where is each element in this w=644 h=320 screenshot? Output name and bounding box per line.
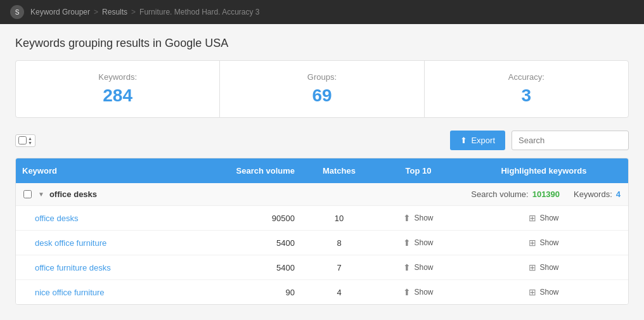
page-content: Keywords grouping results in Google USA …	[0, 24, 644, 317]
highlighted-show-btn[interactable]: ⊞ Show	[529, 262, 558, 272]
highlighted-show-label: Show	[539, 263, 558, 272]
breadcrumb-results[interactable]: Results	[102, 8, 127, 16]
table-icon: ⊞	[529, 238, 536, 248]
stat-groups-value: 69	[226, 86, 417, 106]
stat-accuracy-value: 3	[431, 86, 622, 106]
select-all-control[interactable]: ▲ ▼	[15, 134, 35, 147]
highlighted-cell: ⊞ Show	[460, 255, 628, 279]
top10-show-btn[interactable]: ⬆ Show	[403, 287, 433, 297]
keyword-cell: desk office furniture	[16, 231, 225, 255]
search-volume-cell: 5400	[225, 231, 301, 255]
stat-keywords-value: 284	[22, 86, 213, 106]
keyword-cell: nice office furniture	[16, 281, 225, 304]
col-matches: Matches	[301, 158, 377, 183]
top10-cell: ⬆ Show	[377, 280, 460, 304]
search-input[interactable]	[512, 131, 629, 150]
upload-icon: ⬆	[403, 287, 411, 297]
table-icon: ⊞	[529, 287, 536, 297]
top10-show-btn[interactable]: ⬆ Show	[403, 238, 433, 248]
group-row: ▼ office desks Search volume: 101390 Key…	[16, 183, 628, 206]
table-row: office furniture desks 5400 7 ⬆ Show ⊞ S…	[16, 255, 628, 280]
highlighted-show-btn[interactable]: ⊞ Show	[529, 213, 558, 223]
group-checkbox[interactable]	[23, 190, 32, 198]
col-keyword: Keyword	[16, 158, 225, 183]
highlighted-cell: ⊞ Show	[460, 206, 628, 230]
top-bar: S Keyword Grouper > Results > Furniture.…	[0, 0, 644, 24]
stat-accuracy-label: Accuracy:	[431, 72, 622, 82]
top10-show-label: Show	[414, 288, 433, 297]
stat-keywords: Keywords: 284	[16, 61, 220, 117]
highlighted-show-label: Show	[539, 288, 558, 297]
collapse-icon[interactable]: ▼	[38, 191, 44, 198]
top10-show-label: Show	[414, 214, 433, 222]
top10-cell: ⬆ Show	[377, 255, 460, 279]
keyword-link[interactable]: nice office furniture	[35, 288, 105, 297]
col-top10: Top 10	[377, 158, 460, 183]
matches-cell: 4	[301, 281, 377, 304]
matches-cell: 7	[301, 256, 377, 279]
table-icon: ⊞	[529, 213, 536, 223]
upload-icon: ⬆	[403, 238, 411, 248]
stat-keywords-label: Keywords:	[22, 72, 213, 82]
group-name: office desks	[49, 189, 97, 199]
results-table: Keyword Search volume Matches Top 10 Hig…	[15, 158, 629, 305]
select-all-checkbox[interactable]	[18, 136, 27, 144]
page-title: Keywords grouping results in Google USA	[15, 37, 629, 50]
upload-icon: ⬆	[403, 262, 411, 272]
keyword-link[interactable]: office furniture desks	[35, 263, 111, 272]
sort-arrows-icon[interactable]: ▲ ▼	[28, 136, 32, 145]
table-row: office desks 90500 10 ⬆ Show ⊞ Show	[16, 206, 628, 231]
table-row: desk office furniture 5400 8 ⬆ Show ⊞ Sh…	[16, 231, 628, 255]
col-search-volume: Search volume	[225, 158, 301, 183]
top10-show-btn[interactable]: ⬆ Show	[403, 262, 433, 272]
highlighted-cell: ⊞ Show	[460, 231, 628, 255]
highlighted-show-btn[interactable]: ⊞ Show	[529, 238, 558, 248]
group-kw-value: 4	[616, 189, 621, 199]
col-highlighted: Highlighted keywords	[460, 158, 628, 183]
top10-cell: ⬆ Show	[377, 206, 460, 230]
highlighted-cell: ⊞ Show	[460, 280, 628, 304]
search-volume-cell: 90500	[225, 207, 301, 230]
export-label: Export	[471, 136, 495, 145]
table-icon: ⊞	[529, 262, 536, 272]
breadcrumb-grouper[interactable]: Keyword Grouper	[30, 8, 90, 16]
group-meta: Search volume: 101390 Keywords: 4	[471, 189, 621, 199]
top10-show-btn[interactable]: ⬆ Show	[403, 213, 433, 223]
matches-cell: 8	[301, 231, 377, 255]
highlighted-show-label: Show	[539, 214, 558, 222]
group-kw-label: Keywords:	[574, 189, 612, 199]
sep1: >	[94, 8, 98, 16]
top10-show-label: Show	[414, 238, 433, 247]
stats-box: Keywords: 284 Groups: 69 Accuracy: 3	[15, 60, 629, 118]
export-button[interactable]: ⬆ Export	[450, 131, 505, 150]
sep2: >	[131, 8, 136, 16]
keyword-cell: office furniture desks	[16, 256, 225, 279]
table-row: nice office furniture 90 4 ⬆ Show ⊞ Show	[16, 280, 628, 304]
top10-cell: ⬆ Show	[377, 231, 460, 255]
group-sv-label: Search volume:	[471, 189, 528, 199]
stat-groups: Groups: 69	[220, 61, 424, 117]
breadcrumb-current: Furniture. Method Hard. Accuracy 3	[139, 8, 259, 16]
upload-icon: ⬆	[403, 213, 411, 223]
toolbar: ▲ ▼ ⬆ Export	[15, 131, 629, 150]
keyword-link[interactable]: desk office furniture	[35, 238, 106, 248]
stat-accuracy: Accuracy: 3	[425, 61, 628, 117]
highlighted-show-btn[interactable]: ⊞ Show	[529, 287, 558, 297]
highlighted-show-label: Show	[539, 238, 558, 247]
table-header: Keyword Search volume Matches Top 10 Hig…	[16, 158, 628, 183]
search-volume-cell: 5400	[225, 256, 301, 279]
keyword-link[interactable]: office desks	[35, 214, 78, 223]
top10-show-label: Show	[414, 263, 433, 272]
group-sv-value: 101390	[532, 189, 560, 199]
stat-groups-label: Groups:	[226, 72, 417, 82]
export-icon: ⬆	[460, 136, 467, 145]
keyword-cell: office desks	[16, 207, 225, 230]
search-volume-cell: 90	[225, 281, 301, 304]
logo-icon: S	[10, 5, 24, 19]
matches-cell: 10	[301, 207, 377, 230]
